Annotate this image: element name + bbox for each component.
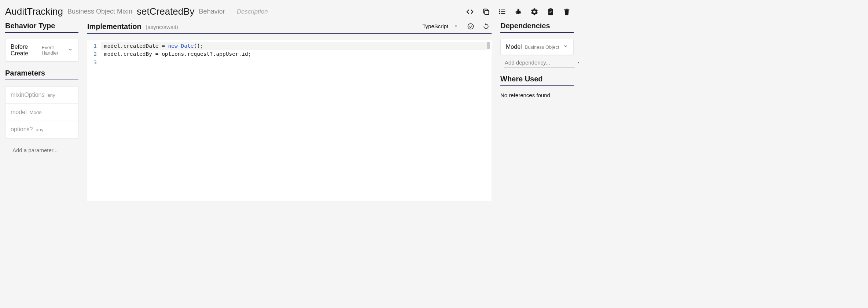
svg-point-7: [516, 10, 520, 14]
where-used-empty: No references found: [500, 92, 574, 98]
list-icon[interactable]: [498, 8, 506, 16]
copy-icon[interactable]: [482, 8, 490, 16]
svg-rect-1: [499, 9, 500, 10]
svg-line-9: [520, 11, 521, 11]
chevron-down-icon: [563, 44, 568, 50]
page-header: AuditTracking Business Object Mixin setC…: [0, 0, 579, 22]
header-toolbar: [466, 8, 574, 16]
svg-line-12: [516, 13, 517, 14]
svg-rect-4: [501, 11, 505, 12]
svg-rect-2: [501, 10, 505, 10]
object-type-label: Business Object Mixin: [67, 8, 132, 15]
add-parameter-input[interactable]: [11, 145, 70, 155]
parameter-row[interactable]: options? any: [5, 121, 78, 138]
svg-rect-3: [499, 11, 500, 12]
svg-rect-5: [499, 13, 500, 14]
refresh-icon[interactable]: [482, 22, 490, 30]
parameter-name: options?: [11, 126, 33, 133]
parameters-list: mixinOptions any model Model options? an…: [5, 86, 78, 138]
behavior-type-dropdown[interactable]: Before Create Event Handler: [5, 39, 78, 62]
language-label: TypeScript: [422, 23, 448, 29]
caret-down-icon[interactable]: ▼: [577, 61, 579, 65]
language-select[interactable]: TypeScript ▼: [422, 22, 459, 31]
add-dependency-input[interactable]: [504, 58, 575, 67]
left-column: Behavior Type Before Create Event Handle…: [5, 22, 78, 201]
dependency-sublabel: Business Object: [525, 44, 559, 50]
gear-icon[interactable]: [530, 8, 538, 16]
delete-icon[interactable]: [563, 8, 571, 16]
parameter-row[interactable]: model Model: [5, 104, 78, 121]
parameter-type: Model: [30, 110, 43, 115]
svg-line-13: [520, 13, 521, 14]
parameter-name: mixinOptions: [11, 92, 44, 98]
scrollbar-thumb[interactable]: [487, 42, 490, 49]
svg-line-8: [516, 11, 517, 11]
dependency-item[interactable]: Model Business Object: [500, 39, 574, 55]
svg-point-14: [468, 24, 474, 29]
parameter-name: model: [11, 109, 27, 115]
code-icon[interactable]: [466, 8, 474, 16]
implementation-suffix: (async/await): [146, 24, 178, 30]
parameter-row[interactable]: mixinOptions any: [5, 87, 78, 104]
implementation-title: Implementation (async/await): [87, 22, 178, 31]
clipboard-check-icon[interactable]: [547, 8, 555, 16]
svg-rect-0: [485, 10, 489, 14]
behavior-type-title: Behavior Type: [5, 22, 78, 30]
behavior-name: setCreatedBy: [137, 6, 195, 17]
parameter-type: any: [47, 92, 55, 98]
bug-icon[interactable]: [514, 8, 522, 16]
svg-rect-6: [501, 13, 505, 14]
behavior-label: Behavior: [199, 8, 225, 15]
right-column: Dependencies Model Business Object ▼ Whe…: [500, 22, 574, 201]
behavior-type-sublabel: Event Handler: [42, 45, 65, 56]
object-name: AuditTracking: [5, 6, 63, 17]
dependencies-title: Dependencies: [500, 22, 574, 30]
code-area[interactable]: model.createdDate = new Date(); model.cr…: [101, 40, 492, 201]
parameters-title: Parameters: [5, 69, 78, 77]
validate-icon[interactable]: [467, 22, 475, 30]
caret-down-icon: ▼: [454, 24, 458, 28]
code-editor[interactable]: 1 2 3 model.createdDate = new Date(); mo…: [87, 40, 492, 201]
implementation-column: Implementation (async/await) TypeScript …: [87, 22, 492, 201]
dependency-label: Model: [506, 44, 522, 50]
behavior-type-label: Before Create: [11, 44, 39, 57]
parameter-type: any: [36, 127, 44, 132]
chevron-down-icon: [68, 47, 73, 54]
line-gutter: 1 2 3: [87, 40, 101, 201]
description-placeholder[interactable]: Description: [237, 8, 268, 15]
where-used-title: Where Used: [500, 75, 574, 83]
